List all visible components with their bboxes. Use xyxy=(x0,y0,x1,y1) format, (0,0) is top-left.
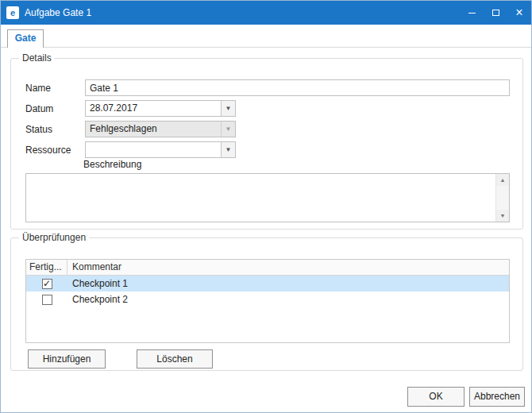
checks-group: Überprüfungen Fertig... Kommentar ✓ Chec… xyxy=(10,237,523,371)
minimize-button[interactable] xyxy=(460,1,484,25)
datum-row: Datum 28.07.2017 ▼ xyxy=(25,100,236,117)
details-group: Details Name Datum 28.07.2017 ▼ Status F… xyxy=(10,58,523,230)
name-input[interactable] xyxy=(85,79,510,96)
kommentar-cell[interactable]: Checkpoint 2 xyxy=(67,294,509,305)
details-legend: Details xyxy=(19,52,55,64)
table-header: Fertig... Kommentar xyxy=(26,260,509,276)
close-icon: × xyxy=(515,6,522,19)
datum-value: 28.07.2017 xyxy=(86,101,221,116)
window-title: Aufgabe Gate 1 xyxy=(25,7,460,18)
tab-gate[interactable]: Gate xyxy=(7,29,44,48)
abbrechen-button[interactable]: Abbrechen xyxy=(469,387,525,407)
close-button[interactable]: × xyxy=(507,1,531,25)
table-row[interactable]: Checkpoint 2 xyxy=(26,291,509,307)
loeschen-button[interactable]: Löschen xyxy=(137,349,213,369)
minimize-icon xyxy=(468,13,476,14)
ressource-row: Ressource ▼ xyxy=(25,141,236,158)
status-label: Status xyxy=(25,124,85,135)
app-icon: e xyxy=(6,6,19,19)
fertig-cell xyxy=(26,295,67,305)
ok-button[interactable]: OK xyxy=(407,387,465,407)
chevron-down-icon[interactable]: ▼ xyxy=(221,101,235,116)
column-header-kommentar[interactable]: Kommentar xyxy=(67,260,509,275)
kommentar-cell[interactable]: Checkpoint 1 xyxy=(67,278,509,289)
maximize-button[interactable] xyxy=(484,1,507,25)
checkbox-unchecked[interactable] xyxy=(42,295,52,305)
status-row: Status Fehlgeschlagen ▼ xyxy=(25,121,236,137)
checks-legend: Überprüfungen xyxy=(19,232,89,243)
beschreibung-label: Beschreibung xyxy=(83,159,141,170)
status-combobox: Fehlgeschlagen ▼ xyxy=(85,121,236,137)
titlebar[interactable]: e Aufgabe Gate 1 × xyxy=(1,1,531,25)
dialog-content: Gate Details Name Datum 28.07.2017 ▼ Sta… xyxy=(1,25,531,412)
chevron-down-icon[interactable]: ▼ xyxy=(221,142,235,157)
checkbox-checked[interactable]: ✓ xyxy=(42,279,52,289)
maximize-icon xyxy=(492,10,499,16)
tabstrip-divider xyxy=(1,47,531,48)
ressource-value xyxy=(86,142,221,157)
beschreibung-value[interactable] xyxy=(26,174,495,222)
textarea-scrollbar[interactable]: ▲ ▼ xyxy=(495,174,509,222)
ressource-combobox[interactable]: ▼ xyxy=(85,141,236,158)
datum-label: Datum xyxy=(25,103,85,114)
column-header-fertig[interactable]: Fertig... xyxy=(26,260,67,275)
scroll-down-icon[interactable]: ▼ xyxy=(496,210,509,222)
name-row: Name xyxy=(25,79,510,96)
scroll-up-icon[interactable]: ▲ xyxy=(496,174,509,186)
status-value: Fehlgeschlagen xyxy=(86,122,221,137)
hinzufuegen-button[interactable]: Hinzufügen xyxy=(28,349,106,369)
chevron-down-icon: ▼ xyxy=(221,122,235,137)
beschreibung-textarea[interactable]: ▲ ▼ xyxy=(25,173,510,222)
datum-combobox[interactable]: 28.07.2017 ▼ xyxy=(85,100,236,117)
dialog-window: e Aufgabe Gate 1 × Gate Details Name Dat… xyxy=(0,0,532,413)
fertig-cell: ✓ xyxy=(26,279,67,289)
ressource-label: Ressource xyxy=(25,145,85,156)
checkpoints-table: Fertig... Kommentar ✓ Checkpoint 1 Check… xyxy=(25,259,510,343)
name-label: Name xyxy=(25,83,85,94)
table-row[interactable]: ✓ Checkpoint 1 xyxy=(26,276,509,291)
